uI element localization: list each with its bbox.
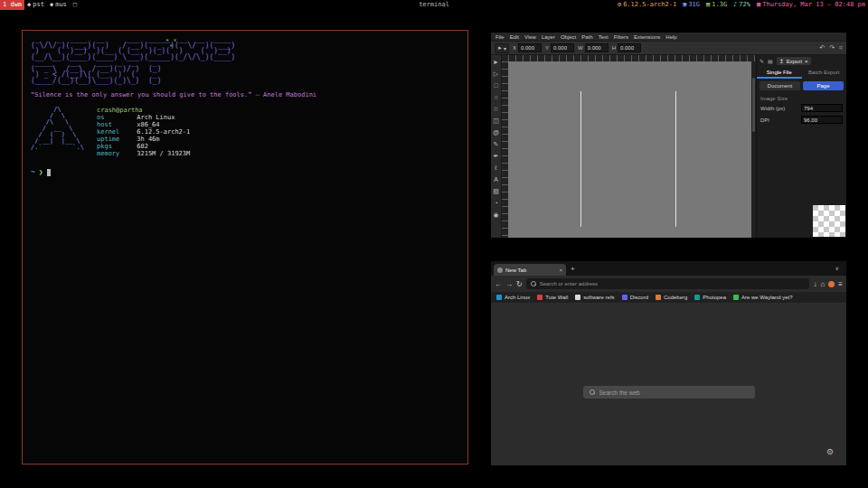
menu-help[interactable]: Help [665, 34, 676, 40]
tab-single-file[interactable]: Single File [757, 67, 802, 79]
export-dock-title: Export [787, 59, 802, 64]
newtab-search-box[interactable] [583, 386, 755, 399]
zoom-tool-icon[interactable]: ◉ [493, 209, 498, 221]
menu-edit[interactable]: Edit [510, 34, 519, 40]
list-all-tabs-icon[interactable]: ∨ [831, 262, 844, 276]
downloads-icon[interactable]: ↓ [813, 280, 816, 288]
fetch-output: /\ / \ /\ \ / __ \ / ( ) \ / __| |__ \ /… [31, 107, 459, 157]
menu-icon[interactable]: ≡ [838, 280, 843, 288]
node-tool-icon[interactable]: ▷ [494, 68, 498, 80]
dialog-icon-b[interactable]: ▤ [768, 58, 773, 64]
selector-tool-icon[interactable]: ► [493, 56, 499, 68]
gradient-tool-icon[interactable]: ▧ [493, 185, 499, 197]
terminal-window[interactable]: _ _ ____ __ ___ _____ __ __ ____ ( \/\/ … [22, 30, 468, 465]
bookmark-favicon [656, 295, 661, 300]
volume-text: 72% [739, 0, 750, 10]
newtab-settings-gear-icon[interactable]: ⚙ [826, 447, 834, 456]
width-input[interactable] [801, 104, 843, 112]
forward-button[interactable]: → [505, 280, 513, 288]
bookmark-photopea[interactable]: Photopea [694, 295, 726, 300]
canvas[interactable] [508, 61, 751, 238]
fetch-row-host: host x86_64 [97, 122, 190, 128]
workspace-tag-1[interactable]: 1 dwm [0, 0, 24, 10]
workspace-tag-3[interactable]: ◆ mus [47, 0, 70, 10]
export-dock-tab[interactable]: ↥ Export × [777, 57, 811, 65]
bookmark-label: Discord [630, 295, 648, 300]
bookmark-label: Are we Wayland yet? [741, 295, 792, 300]
kernel-module: ⚙ 6.12.5-arch2-1 [618, 0, 676, 10]
tab-batch-export[interactable]: Batch Export [802, 67, 847, 79]
back-button[interactable]: ← [495, 280, 502, 288]
tab-close-icon[interactable]: × [559, 267, 562, 273]
page-border-right [675, 91, 676, 227]
scrollbar-thumb[interactable] [752, 78, 755, 132]
address-input[interactable] [540, 281, 806, 286]
x-input[interactable] [518, 43, 542, 52]
selection-icon: ► [497, 45, 503, 51]
fetch-userhost: crash@partha [97, 108, 190, 114]
shell-prompt[interactable]: ~ ❯ [31, 168, 459, 176]
menu-object[interactable]: Object [561, 34, 576, 40]
new-tab-button[interactable]: + [566, 262, 580, 276]
y-input[interactable] [551, 43, 574, 52]
page-button[interactable]: Page [803, 81, 844, 90]
menu-view[interactable]: View [524, 34, 536, 40]
workspace-icon: ◆ [50, 0, 53, 10]
y-field: Y [545, 43, 574, 52]
bookmark-label: Photopea [703, 295, 726, 300]
newtab-search-input[interactable] [599, 389, 749, 396]
selection-mode-dropdown[interactable]: ► ▾ [495, 43, 509, 53]
text-tool-icon[interactable]: A [494, 174, 498, 185]
redo-icon[interactable]: ↷ [829, 44, 835, 52]
arch-logo-ascii: /\ / \ /\ \ / __ \ / ( ) \ / __| |__ \ /… [31, 107, 84, 157]
export-mode-tabs: Single File Batch Export [757, 67, 846, 79]
spiral-tool-icon[interactable]: @ [493, 127, 499, 138]
menu-layer[interactable]: Layer [542, 34, 555, 40]
menu-path[interactable]: Path [581, 34, 592, 40]
star-tool-icon[interactable]: ☆ [493, 103, 498, 115]
pen-tool-icon[interactable]: ✒ [494, 150, 499, 162]
w-label: W [578, 45, 583, 51]
dpi-input[interactable] [801, 116, 843, 124]
fetch-key: pkgs [97, 144, 133, 150]
reload-button[interactable]: ↻ [516, 280, 523, 288]
bookmark-are-we-wayland-yet[interactable]: Are we Wayland yet? [733, 295, 792, 300]
document-button[interactable]: Document [760, 81, 800, 90]
pencil-tool-icon[interactable]: ✎ [494, 138, 499, 150]
address-bar[interactable] [526, 278, 810, 289]
bookmark-arch-linux[interactable]: Arch Linux [496, 295, 530, 300]
tab-new-tab[interactable]: New Tab × [494, 264, 566, 276]
fetch-row-uptime: uptime 3h 46m [97, 136, 190, 143]
calligraphy-tool-icon[interactable]: ℓ [495, 162, 496, 174]
bookmark-discord[interactable]: Discord [622, 295, 648, 300]
box3d-tool-icon[interactable]: ◫ [493, 115, 499, 127]
volume-module: ♪ 72% [733, 0, 750, 10]
undo-icon[interactable]: ↶ [819, 44, 825, 52]
tab-title: New Tab [505, 267, 526, 273]
w-input[interactable] [585, 43, 609, 52]
h-input[interactable] [618, 43, 641, 52]
snap-toggle-icon[interactable]: ⌗ [839, 44, 843, 52]
bookmark-software-refs[interactable]: software refs [575, 295, 614, 300]
menu-filters[interactable]: Filters [614, 34, 628, 40]
dialog-icon-a[interactable]: ✎ [760, 58, 764, 64]
menu-file[interactable]: File [495, 34, 505, 40]
search-icon [531, 281, 536, 286]
ellipse-tool-icon[interactable]: ○ [494, 91, 497, 103]
bookmark-codeberg[interactable]: Codeberg [656, 295, 687, 300]
workspace-tag-2[interactable]: ◆ pst [24, 0, 47, 10]
layout-indicator-icon[interactable]: □ [70, 0, 80, 10]
dropper-tool-icon[interactable]: ◔ [494, 197, 497, 209]
welcome-ascii-art: _ _ ____ __ ___ _____ __ __ ____ ( \/\/ … [31, 37, 459, 84]
menu-extensions[interactable]: Extensions [634, 34, 660, 40]
bookmark-tute-wall[interactable]: Tute Wall [537, 295, 568, 300]
dpi-field: DPI [757, 114, 846, 126]
close-icon[interactable]: × [805, 59, 808, 64]
home-icon[interactable]: ⌂ [820, 280, 825, 288]
tab-favicon-globe-icon [497, 267, 503, 273]
menu-text[interactable]: Text [599, 34, 609, 40]
rect-tool-icon[interactable]: □ [494, 80, 497, 91]
export-target-buttons: Document Page [757, 79, 846, 93]
account-avatar[interactable] [828, 281, 835, 287]
kernel-icon: ⚙ [618, 0, 621, 10]
